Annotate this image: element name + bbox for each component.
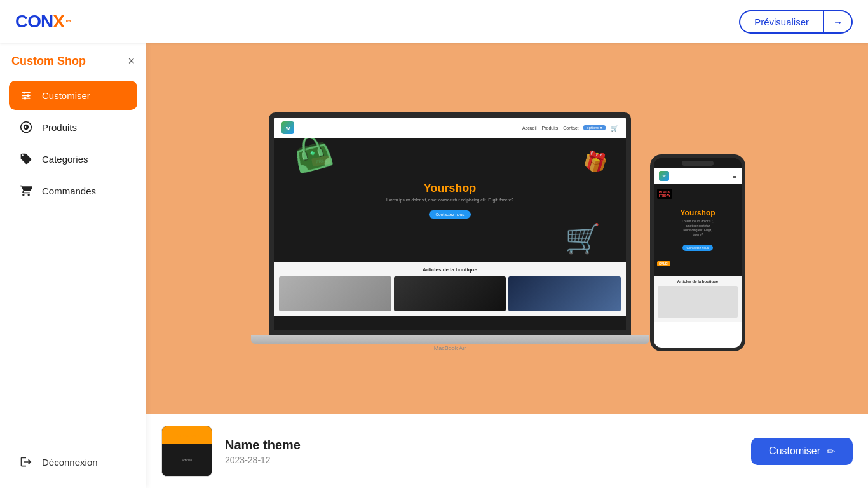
logo-n: N [41,11,53,32]
sidebar-header: Custom Shop × [9,55,137,68]
hero-title: Yourshop [386,182,513,195]
phone-hero-title: Yourshop [680,208,715,217]
sidebar-item-deconnexion[interactable]: Déconnexion [9,447,137,477]
edit-icon: ✏ [827,445,835,458]
site-products: Articles de la boutique [274,262,626,316]
sidebar-item-categories[interactable]: Categories [9,144,137,173]
laptop-base [251,335,649,344]
hero-bag2-icon: 🎁 [581,148,609,175]
black-friday-badge: BLACKFRIDAY [657,189,672,199]
phone-site-nav: w ≡ [654,168,742,184]
phone-notch-bar [682,161,714,166]
site-hero: FRI... 👜 🎁 🛒 Yourshop Lorem ipsum dolor … [274,138,626,262]
phone-notch [654,158,742,168]
laptop-screen: w Accueil Produits Contact options ● 🛒 [269,112,631,335]
hamburger-icon: ≡ [733,172,736,180]
cart-icon [19,184,33,198]
thumb-top: Yourshop [162,426,212,444]
devices-container: w Accueil Produits Contact options ● 🛒 [269,112,745,351]
site-logo-box: w [281,121,294,134]
sidebar-item-customiser[interactable]: Customiser [9,81,137,110]
sidebar-title: Custom Shop [11,55,86,68]
sidebar-nav: Customiser P Produits [9,81,137,440]
thumb-bottom-text: Articles [182,458,192,462]
phone-hero-text: Yourshop Lorem ipsum dolor s.t,amet cons… [680,208,715,252]
thumb-title: Yourshop [175,433,199,438]
nav-link-contact: Contact [563,126,578,130]
customiser-action-button[interactable]: Customiser ✏ [751,438,853,465]
phone-products-title: Articles de la boutique [658,280,738,283]
sidebar-item-deconnexion-label: Déconnexion [42,457,98,468]
sale-badge: SALE! [657,261,670,266]
products-grid [279,276,621,311]
nav-link-produits: Produits [542,126,559,130]
preview-button[interactable]: Prévisualiser [739,10,824,34]
svg-point-3 [23,92,25,94]
site-logo: w [281,121,294,134]
site-nav: w Accueil Produits Contact options ● 🛒 [274,118,626,138]
sidebar-item-produits[interactable]: P Produits [9,112,137,142]
sidebar-item-categories-label: Categories [42,154,88,165]
theme-thumbnail: Yourshop Articles [161,426,212,477]
nav-link-accueil: Accueil [522,126,537,130]
phone-hero-cta: Contactez nous [682,245,714,251]
phone-hero: BLACKFRIDAY Yourshop Lorem ipsum dolor s… [654,184,742,276]
phone-mockup: w ≡ BLACKFRIDAY Yourshop Lorem ipsum dol… [650,154,745,351]
phone-hero-sub: Lorem ipsum dolor s.t,amet consecteturad… [680,219,715,237]
sidebar: Custom Shop × Customiser [0,43,146,488]
product-card-1 [279,276,391,311]
tag-icon [19,152,33,166]
preview-area: w Accueil Produits Contact options ● 🛒 [146,43,868,414]
logo-x: X [53,11,64,32]
theme-date: 2023-28-12 [225,455,738,465]
sidebar-footer: Déconnexion [9,442,137,477]
logo: CONX ™ [15,11,71,32]
header: CONX ™ Prévisualiser → [0,0,868,43]
options-badge: options ● [583,125,606,130]
sidebar-item-commandes[interactable]: Commandes [9,176,137,205]
hero-sub: Lorem ipsum dolor sit, amet consectetur … [386,198,513,202]
hero-cta: Contactez nous [429,210,470,219]
sidebar-item-customiser-label: Customiser [42,90,90,101]
svg-point-4 [27,94,29,97]
sidebar-close-button[interactable]: × [128,55,135,68]
laptop-mockup: w Accueil Produits Contact options ● 🛒 [269,112,631,351]
main-layout: Custom Shop × Customiser [0,43,868,488]
theme-name: Name theme [225,438,738,452]
logout-icon [19,455,33,469]
sliders-icon [19,88,33,102]
products-title: Articles de la boutique [279,267,621,273]
phone-products: Articles de la boutique [654,276,742,322]
customiser-btn-label: Customiser [769,445,820,457]
phone-product-card [658,286,738,318]
phone-screen: w ≡ BLACKFRIDAY Yourshop Lorem ipsum dol… [654,168,742,348]
share-icon: → [833,17,843,27]
share-button[interactable]: → [824,10,853,34]
sidebar-item-produits-label: Produits [42,122,77,133]
header-actions: Prévisualiser → [739,10,853,34]
content-area: w Accueil Produits Contact options ● 🛒 [146,43,868,488]
laptop-label: MacBook Air [269,345,631,351]
site-nav-links: Accueil Produits Contact options ● 🛒 [522,125,618,132]
product-card-2 [394,276,506,311]
hero-cart-icon: 🛒 [565,222,600,255]
theme-card: Yourshop Articles Name theme 2023-28-12 … [146,414,868,488]
thumb-bottom: Articles [162,444,212,476]
svg-point-5 [24,97,27,100]
hero-text-center: Yourshop Lorem ipsum dolor sit, amet con… [386,182,513,219]
hero-bag-icon: 👜 [289,138,337,176]
theme-info: Name theme 2023-28-12 [225,438,738,465]
phone-logo-box: w [659,171,669,181]
cart-icon-site: 🛒 [611,125,618,132]
logo-text: CO [15,11,41,32]
product-card-3 [508,276,621,311]
produits-icon: P [19,120,33,134]
svg-text:P: P [23,125,27,131]
logo-dot: ™ [65,18,71,25]
sidebar-item-commandes-label: Commandes [42,186,96,196]
